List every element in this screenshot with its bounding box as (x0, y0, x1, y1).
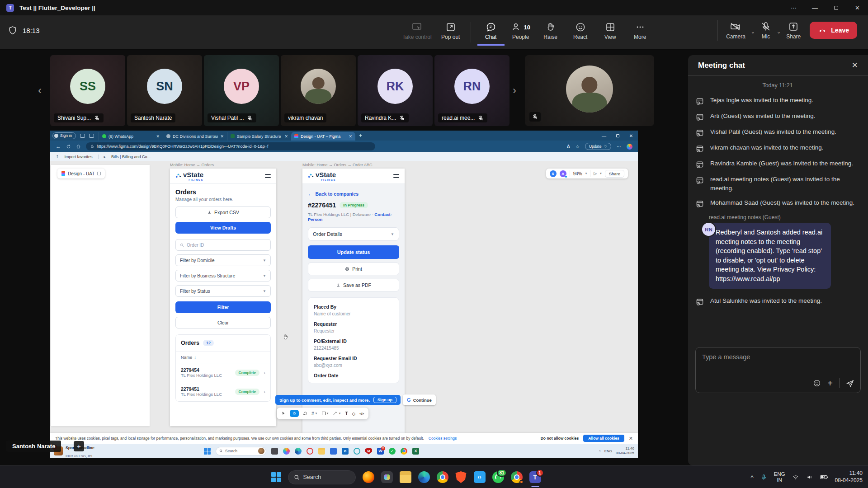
view-drafts-button[interactable]: View Drafts (175, 222, 271, 234)
figma-frame-order-detail[interactable]: vStateFILINGS ←Back to companies #227645… (302, 169, 405, 433)
chevron-right-icon[interactable]: › (264, 370, 265, 375)
shape-tool[interactable]: ▼ (322, 412, 329, 415)
tab-dc-divisions[interactable]: DC Divisions and Surroundings ✕ (163, 132, 227, 141)
video-tile[interactable]: VP Vishal Patil ... (204, 55, 279, 126)
print-button[interactable]: Print (308, 263, 399, 275)
filter-button[interactable]: Filter (175, 301, 271, 313)
back-to-companies-link[interactable]: ←Back to companies (308, 191, 399, 197)
spotlight-tile[interactable] (525, 55, 654, 126)
edge-icon[interactable] (418, 471, 430, 483)
camera-options-chevron[interactable]: ⌄ (751, 29, 755, 35)
filter-domicile-dropdown[interactable]: Filter by Domicile▼ (175, 254, 271, 266)
whatsapp-icon[interactable]: 81 (492, 471, 504, 483)
people-button[interactable]: 10 People (507, 19, 534, 46)
browser-settings-ellipsis-icon[interactable]: ⋯ (617, 144, 621, 149)
mic-in-use-icon[interactable] (760, 474, 767, 481)
language-indicator[interactable]: ENG (604, 449, 612, 453)
refresh-icon[interactable] (66, 144, 71, 149)
start-button[interactable] (204, 448, 211, 455)
mic-options-chevron[interactable]: ⌄ (777, 29, 781, 35)
sort-arrow-icon[interactable]: ↓ (194, 355, 196, 360)
tab-close-icon[interactable]: ✕ (156, 134, 160, 139)
tab-whatsapp[interactable]: (6) WhatsApp ✕ (99, 132, 163, 141)
frame-label[interactable]: Mobile: Home → Orders (170, 163, 214, 167)
export-csv-button[interactable]: Export CSV (175, 206, 271, 218)
check-app-icon[interactable]: ✓ (389, 448, 396, 455)
more-button[interactable]: More (627, 19, 654, 46)
emoji-icon[interactable] (813, 379, 821, 387)
firefox-icon[interactable] (363, 471, 374, 483)
browser-signin-button[interactable]: Sign in (52, 132, 76, 139)
comment-tool[interactable] (303, 411, 307, 416)
filter-status-dropdown[interactable]: Filter by Status▼ (175, 285, 271, 297)
filter-business-structure-dropdown[interactable]: Filter by Business Structure▼ (175, 270, 271, 282)
tray-chevron-icon[interactable]: ^ (599, 449, 601, 453)
tab-figma-active[interactable]: Design - UAT – Figma ✕ (291, 132, 355, 141)
new-tab-button[interactable]: + (359, 132, 362, 139)
figma-canvas[interactable]: Design - UAT S A 94% ▾ ▷ ▾ Share Mobile:… (50, 161, 638, 444)
frame-tool[interactable]: #▼ (311, 411, 318, 416)
taskbar-clock[interactable]: 11:4008-04-2025 (835, 470, 863, 484)
figma-doc-pill[interactable]: Design - UAT (57, 169, 105, 178)
widget-tool[interactable]: ◇ (352, 411, 356, 416)
zoom-level[interactable]: 94% (573, 171, 582, 176)
order-row[interactable]: 2279451TL Flex Holdings LLC Complete › (176, 382, 270, 401)
read-aloud-icon[interactable]: A (567, 144, 570, 149)
wifi-icon[interactable] (792, 474, 799, 480)
share-button[interactable]: Share (786, 21, 801, 40)
taskbar-search-input[interactable]: Search (216, 447, 266, 455)
opera-icon[interactable] (307, 448, 313, 455)
allow-cookies-button[interactable]: Allow all cookies (583, 435, 624, 442)
figma-frame-orders[interactable]: vStateFILINGS Orders Manage all your ord… (170, 169, 276, 426)
import-favorites-link[interactable]: Import favorites (65, 155, 93, 159)
view-button[interactable]: View (597, 19, 624, 46)
zoom-chevron-icon[interactable]: ▾ (585, 172, 587, 175)
video-tile[interactable]: RK Ravindra K... (358, 55, 433, 126)
present-chevron-icon[interactable]: ▾ (600, 172, 602, 175)
clear-button[interactable]: Clear (175, 317, 271, 328)
figma-frame-partial[interactable] (51, 165, 150, 426)
present-play-icon[interactable]: ▷ (594, 171, 597, 176)
sign-up-button[interactable]: Sign up (373, 397, 396, 403)
tab-salary-sheet[interactable]: Sample Salary Structure with calc ✕ (227, 132, 291, 141)
titlebar-more-button[interactable]: ⋯ (783, 0, 804, 15)
move-tool[interactable] (281, 411, 286, 416)
maximize-button[interactable] (826, 0, 847, 15)
browser-restore-button[interactable] (611, 131, 624, 141)
vscode-icon[interactable]: ‹› (474, 471, 486, 483)
google-continue-button[interactable]: GContinue (403, 394, 436, 405)
leave-button[interactable]: Leave (810, 22, 857, 39)
hamburger-menu-icon[interactable] (393, 174, 399, 178)
save-pdf-button[interactable]: Save as PDF (308, 279, 399, 291)
outlook-icon[interactable]: o (342, 448, 349, 455)
chat-message-input[interactable]: Type a message + (695, 347, 861, 393)
raise-hand-button[interactable]: Raise (537, 19, 564, 46)
tab-close-icon[interactable]: ✕ (220, 134, 224, 139)
hand-tool-active[interactable] (290, 410, 299, 417)
vertical-tabs-icon[interactable] (89, 134, 94, 138)
tab-close-icon[interactable]: ✕ (284, 134, 288, 139)
hidden-icons-chevron[interactable]: ^ (751, 474, 754, 481)
obs-icon[interactable] (354, 448, 360, 455)
battery-icon[interactable] (820, 474, 828, 480)
strip-scroll-left[interactable]: ‹ (38, 84, 42, 97)
camera-button[interactable]: Camera (726, 21, 745, 40)
browser-update-button[interactable]: Update♡ (585, 143, 611, 150)
collaborator-avatar[interactable]: S (550, 170, 557, 177)
order-row[interactable]: 2279454TL Flex Holdings LLC Complete › (176, 363, 270, 382)
workspaces-icon[interactable] (80, 134, 85, 138)
taskbar-search-input[interactable]: Search (288, 470, 356, 484)
order-id-search-input[interactable]: Order ID (175, 239, 271, 251)
url-field[interactable]: https://www.figma.com/design/9BKQ0FOHRWa… (86, 142, 375, 150)
attach-plus-icon[interactable]: + (827, 379, 833, 388)
home-icon[interactable] (76, 144, 81, 149)
file-explorer-icon[interactable] (400, 471, 411, 483)
mic-button[interactable]: Mic (760, 21, 771, 40)
teams-icon[interactable]: T1 (529, 471, 541, 483)
deny-cookies-button[interactable]: Do not allow cookies (541, 436, 579, 441)
pin-overlay-button[interactable]: + (74, 441, 84, 451)
copilot-icon[interactable] (283, 448, 290, 455)
dev-mode-tool[interactable]: </> (359, 412, 363, 416)
video-tile[interactable]: SS Shivani Sup... (50, 55, 125, 126)
chrome-icon[interactable] (437, 471, 448, 483)
